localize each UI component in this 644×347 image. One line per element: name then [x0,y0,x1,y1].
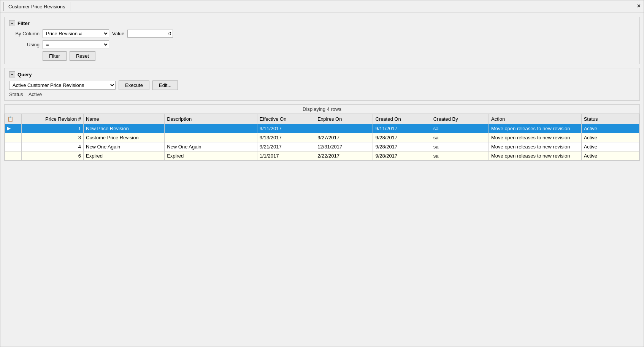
col-header-num[interactable]: Price Revision # [22,114,84,124]
close-button[interactable]: × [637,3,641,9]
by-column-label: By Column [9,31,40,36]
table-row[interactable]: ▶1New Price Revision9/11/20179/11/2017sa… [5,124,639,133]
table-header-row: 📋 Price Revision # Name Description Effe… [5,114,639,124]
data-table: 📋 Price Revision # Name Description Effe… [5,114,639,161]
title-bar: Customer Price Revisions × [0,0,644,13]
status-text: Status = Active [9,91,635,97]
execute-button[interactable]: Execute [119,80,149,90]
col-header-creby[interactable]: Created By [431,114,489,124]
edit-button[interactable]: Edit... [152,80,178,90]
filter-header: – Filter [9,20,635,26]
table-section: Displaying 4 rows 📋 Price Revision # Nam… [4,104,640,161]
filter-buttons: Filter Reset [43,51,635,61]
value-input[interactable] [127,30,173,38]
col-header-expon[interactable]: Expires On [315,114,373,124]
reset-button[interactable]: Reset [70,51,95,61]
using-label: Using [9,42,40,47]
main-content: – Filter By Column Price Revision # Valu… [0,13,644,165]
col-header-status[interactable]: Status [581,114,639,124]
by-column-row: By Column Price Revision # Value [9,29,635,38]
table-display-info: Displaying 4 rows [5,105,639,114]
table-row[interactable]: 3Custome Price Revision9/13/20179/27/201… [5,133,639,142]
using-row: Using = [9,40,635,49]
query-row: Active Customer Price Revisions Execute … [9,80,635,90]
by-column-select[interactable]: Price Revision # [43,29,109,38]
filter-section: – Filter By Column Price Revision # Valu… [4,17,640,64]
window-title: Customer Price Revisions [8,4,65,9]
query-section: – Query Active Customer Price Revisions … [4,68,640,101]
filter-button[interactable]: Filter [43,51,67,61]
using-select[interactable]: = [43,40,109,49]
window-tab[interactable]: Customer Price Revisions [3,2,70,11]
col-header-creon[interactable]: Created On [373,114,431,124]
table-row[interactable]: 4New One AgainNew One Again9/21/201712/3… [5,142,639,151]
col-header-icon: 📋 [5,114,22,124]
query-collapse-icon[interactable]: – [9,71,15,77]
query-header: – Query [9,71,635,77]
col-header-effon[interactable]: Effective On [257,114,315,124]
main-window: Customer Price Revisions × – Filter By C… [0,0,644,347]
filter-title: Filter [17,21,30,26]
query-title: Query [17,72,32,77]
filter-collapse-icon[interactable]: – [9,20,15,26]
col-header-desc[interactable]: Description [165,114,257,124]
col-header-name[interactable]: Name [84,114,165,124]
table-icon: 📋 [7,116,13,122]
col-header-action[interactable]: Action [489,114,581,124]
table-row[interactable]: 6ExpiredExpired1/1/20172/22/20179/28/201… [5,151,639,161]
query-select[interactable]: Active Customer Price Revisions [9,81,116,90]
value-label: Value [112,31,124,36]
